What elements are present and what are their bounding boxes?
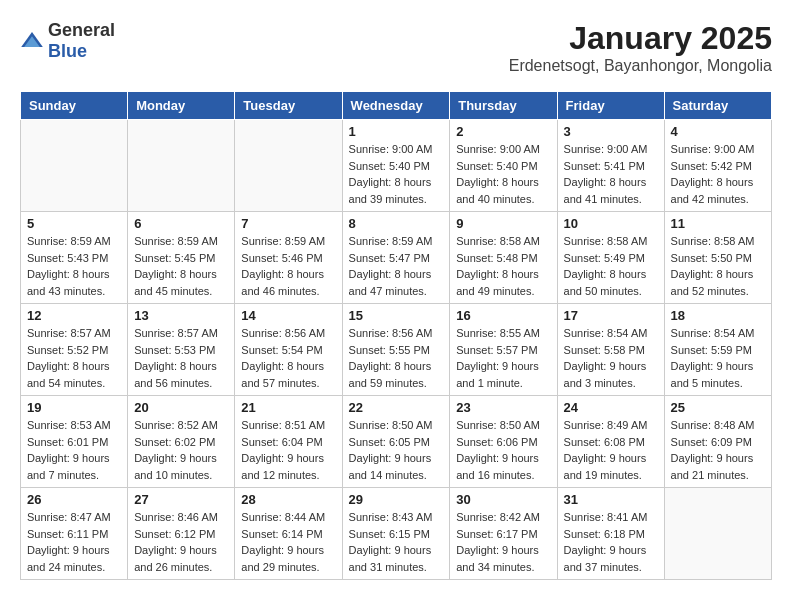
day-info: Sunrise: 9:00 AM Sunset: 5:40 PM Dayligh… [349, 141, 444, 207]
calendar-cell: 27Sunrise: 8:46 AM Sunset: 6:12 PM Dayli… [128, 488, 235, 580]
day-info: Sunrise: 8:42 AM Sunset: 6:17 PM Dayligh… [456, 509, 550, 575]
day-number: 28 [241, 492, 335, 507]
calendar-cell: 2Sunrise: 9:00 AM Sunset: 5:40 PM Daylig… [450, 120, 557, 212]
weekday-header-thursday: Thursday [450, 92, 557, 120]
week-row-4: 19Sunrise: 8:53 AM Sunset: 6:01 PM Dayli… [21, 396, 772, 488]
weekday-header-saturday: Saturday [664, 92, 771, 120]
day-info: Sunrise: 8:59 AM Sunset: 5:45 PM Dayligh… [134, 233, 228, 299]
day-number: 29 [349, 492, 444, 507]
day-number: 16 [456, 308, 550, 323]
weekday-header-tuesday: Tuesday [235, 92, 342, 120]
weekday-header-row: SundayMondayTuesdayWednesdayThursdayFrid… [21, 92, 772, 120]
day-number: 19 [27, 400, 121, 415]
day-number: 7 [241, 216, 335, 231]
week-row-2: 5Sunrise: 8:59 AM Sunset: 5:43 PM Daylig… [21, 212, 772, 304]
day-number: 30 [456, 492, 550, 507]
day-info: Sunrise: 8:54 AM Sunset: 5:59 PM Dayligh… [671, 325, 765, 391]
day-info: Sunrise: 8:59 AM Sunset: 5:43 PM Dayligh… [27, 233, 121, 299]
day-info: Sunrise: 8:58 AM Sunset: 5:49 PM Dayligh… [564, 233, 658, 299]
day-info: Sunrise: 9:00 AM Sunset: 5:42 PM Dayligh… [671, 141, 765, 207]
day-info: Sunrise: 8:49 AM Sunset: 6:08 PM Dayligh… [564, 417, 658, 483]
calendar-cell: 7Sunrise: 8:59 AM Sunset: 5:46 PM Daylig… [235, 212, 342, 304]
page-header: General Blue January 2025 Erdenetsogt, B… [20, 20, 772, 75]
calendar-cell: 30Sunrise: 8:42 AM Sunset: 6:17 PM Dayli… [450, 488, 557, 580]
day-number: 20 [134, 400, 228, 415]
day-number: 2 [456, 124, 550, 139]
calendar-cell: 3Sunrise: 9:00 AM Sunset: 5:41 PM Daylig… [557, 120, 664, 212]
day-info: Sunrise: 8:59 AM Sunset: 5:47 PM Dayligh… [349, 233, 444, 299]
calendar-cell: 12Sunrise: 8:57 AM Sunset: 5:52 PM Dayli… [21, 304, 128, 396]
calendar-cell: 15Sunrise: 8:56 AM Sunset: 5:55 PM Dayli… [342, 304, 450, 396]
calendar-subtitle: Erdenetsogt, Bayanhongor, Mongolia [509, 57, 772, 75]
day-number: 17 [564, 308, 658, 323]
day-info: Sunrise: 8:56 AM Sunset: 5:54 PM Dayligh… [241, 325, 335, 391]
calendar-table: SundayMondayTuesdayWednesdayThursdayFrid… [20, 91, 772, 580]
calendar-cell: 25Sunrise: 8:48 AM Sunset: 6:09 PM Dayli… [664, 396, 771, 488]
calendar-cell: 19Sunrise: 8:53 AM Sunset: 6:01 PM Dayli… [21, 396, 128, 488]
calendar-cell: 13Sunrise: 8:57 AM Sunset: 5:53 PM Dayli… [128, 304, 235, 396]
day-number: 26 [27, 492, 121, 507]
calendar-cell: 16Sunrise: 8:55 AM Sunset: 5:57 PM Dayli… [450, 304, 557, 396]
calendar-cell [235, 120, 342, 212]
calendar-cell: 14Sunrise: 8:56 AM Sunset: 5:54 PM Dayli… [235, 304, 342, 396]
week-row-5: 26Sunrise: 8:47 AM Sunset: 6:11 PM Dayli… [21, 488, 772, 580]
logo-text-blue: Blue [48, 41, 87, 61]
weekday-header-wednesday: Wednesday [342, 92, 450, 120]
calendar-cell: 11Sunrise: 8:58 AM Sunset: 5:50 PM Dayli… [664, 212, 771, 304]
calendar-cell: 26Sunrise: 8:47 AM Sunset: 6:11 PM Dayli… [21, 488, 128, 580]
day-number: 3 [564, 124, 658, 139]
day-info: Sunrise: 8:50 AM Sunset: 6:05 PM Dayligh… [349, 417, 444, 483]
day-info: Sunrise: 9:00 AM Sunset: 5:41 PM Dayligh… [564, 141, 658, 207]
logo: General Blue [20, 20, 115, 62]
calendar-cell: 20Sunrise: 8:52 AM Sunset: 6:02 PM Dayli… [128, 396, 235, 488]
day-info: Sunrise: 8:43 AM Sunset: 6:15 PM Dayligh… [349, 509, 444, 575]
week-row-1: 1Sunrise: 9:00 AM Sunset: 5:40 PM Daylig… [21, 120, 772, 212]
calendar-cell: 28Sunrise: 8:44 AM Sunset: 6:14 PM Dayli… [235, 488, 342, 580]
calendar-cell [128, 120, 235, 212]
calendar-cell: 6Sunrise: 8:59 AM Sunset: 5:45 PM Daylig… [128, 212, 235, 304]
weekday-header-monday: Monday [128, 92, 235, 120]
calendar-cell: 21Sunrise: 8:51 AM Sunset: 6:04 PM Dayli… [235, 396, 342, 488]
day-info: Sunrise: 8:55 AM Sunset: 5:57 PM Dayligh… [456, 325, 550, 391]
day-info: Sunrise: 8:54 AM Sunset: 5:58 PM Dayligh… [564, 325, 658, 391]
day-number: 21 [241, 400, 335, 415]
day-info: Sunrise: 8:47 AM Sunset: 6:11 PM Dayligh… [27, 509, 121, 575]
day-number: 31 [564, 492, 658, 507]
calendar-cell [664, 488, 771, 580]
day-number: 11 [671, 216, 765, 231]
day-number: 23 [456, 400, 550, 415]
calendar-cell: 23Sunrise: 8:50 AM Sunset: 6:06 PM Dayli… [450, 396, 557, 488]
calendar-cell [21, 120, 128, 212]
day-info: Sunrise: 8:58 AM Sunset: 5:48 PM Dayligh… [456, 233, 550, 299]
calendar-cell: 10Sunrise: 8:58 AM Sunset: 5:49 PM Dayli… [557, 212, 664, 304]
calendar-cell: 22Sunrise: 8:50 AM Sunset: 6:05 PM Dayli… [342, 396, 450, 488]
calendar-cell: 4Sunrise: 9:00 AM Sunset: 5:42 PM Daylig… [664, 120, 771, 212]
day-info: Sunrise: 8:53 AM Sunset: 6:01 PM Dayligh… [27, 417, 121, 483]
logo-text-general: General [48, 20, 115, 40]
day-info: Sunrise: 8:51 AM Sunset: 6:04 PM Dayligh… [241, 417, 335, 483]
day-info: Sunrise: 8:56 AM Sunset: 5:55 PM Dayligh… [349, 325, 444, 391]
calendar-cell: 1Sunrise: 9:00 AM Sunset: 5:40 PM Daylig… [342, 120, 450, 212]
calendar-title: January 2025 [509, 20, 772, 57]
day-number: 9 [456, 216, 550, 231]
title-block: January 2025 Erdenetsogt, Bayanhongor, M… [509, 20, 772, 75]
day-info: Sunrise: 8:57 AM Sunset: 5:52 PM Dayligh… [27, 325, 121, 391]
day-number: 5 [27, 216, 121, 231]
day-number: 10 [564, 216, 658, 231]
day-number: 27 [134, 492, 228, 507]
day-number: 14 [241, 308, 335, 323]
day-number: 1 [349, 124, 444, 139]
calendar-cell: 17Sunrise: 8:54 AM Sunset: 5:58 PM Dayli… [557, 304, 664, 396]
day-info: Sunrise: 8:57 AM Sunset: 5:53 PM Dayligh… [134, 325, 228, 391]
calendar-cell: 24Sunrise: 8:49 AM Sunset: 6:08 PM Dayli… [557, 396, 664, 488]
day-info: Sunrise: 8:41 AM Sunset: 6:18 PM Dayligh… [564, 509, 658, 575]
calendar-cell: 31Sunrise: 8:41 AM Sunset: 6:18 PM Dayli… [557, 488, 664, 580]
weekday-header-friday: Friday [557, 92, 664, 120]
day-number: 12 [27, 308, 121, 323]
day-info: Sunrise: 8:44 AM Sunset: 6:14 PM Dayligh… [241, 509, 335, 575]
calendar-cell: 9Sunrise: 8:58 AM Sunset: 5:48 PM Daylig… [450, 212, 557, 304]
calendar-cell: 18Sunrise: 8:54 AM Sunset: 5:59 PM Dayli… [664, 304, 771, 396]
day-info: Sunrise: 8:50 AM Sunset: 6:06 PM Dayligh… [456, 417, 550, 483]
weekday-header-sunday: Sunday [21, 92, 128, 120]
logo-icon [20, 29, 44, 53]
